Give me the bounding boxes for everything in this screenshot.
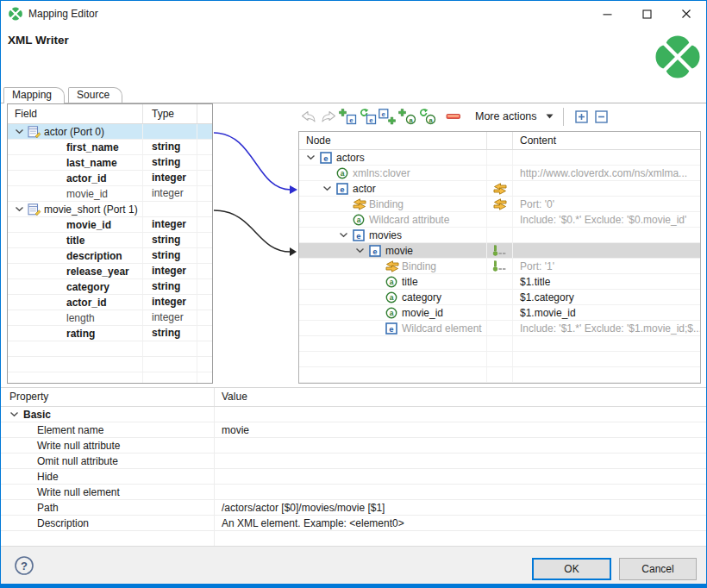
tree-row-actor[interactable]: eactor (299, 181, 700, 197)
tree-row-xmlns-clover[interactable]: axmlns:cloverhttp://www.cloverdx.com/ns/… (299, 166, 700, 181)
node-cell: eWildcard element (299, 321, 487, 335)
maximize-button[interactable] (627, 1, 666, 27)
svg-text:e: e (372, 246, 377, 255)
property-column-header: Property (1, 388, 215, 406)
field-row-empty (8, 372, 212, 384)
value-column-header: Value (215, 388, 706, 406)
chevron-down-icon (306, 153, 316, 161)
type-cell: integer (143, 310, 197, 325)
key-icon (492, 245, 507, 257)
field-row[interactable]: last_namestring (8, 155, 212, 171)
content-cell: Port: '0' (513, 197, 700, 211)
node-label: actor (353, 183, 376, 195)
tree-row-movies[interactable]: emovies (299, 228, 700, 243)
add-wildcard-element-button[interactable]: e (358, 106, 378, 127)
property-row[interactable]: DescriptionAn XML element. Example: <ele… (1, 516, 706, 531)
help-icon[interactable]: ? (14, 555, 34, 576)
expand-all-button[interactable] (572, 106, 591, 127)
tab-mapping[interactable]: Mapping (3, 87, 65, 103)
property-row[interactable]: Hide (1, 469, 706, 485)
add-child-element-button[interactable]: e (378, 106, 397, 127)
content-cell (513, 243, 700, 258)
add-wildcard-attribute-button[interactable]: a (417, 106, 437, 127)
field-row[interactable]: movie_idinteger (8, 217, 212, 233)
field-label: rating (66, 328, 95, 340)
field-row-empty (8, 357, 212, 372)
value-cell (215, 469, 706, 484)
property-cell: Omit null attribute (1, 454, 215, 468)
element-icon: e (320, 152, 336, 164)
maximize-icon (642, 9, 652, 19)
tree-row-binding[interactable]: BindingPort: '1' (299, 259, 700, 274)
tab-source[interactable]: Source (68, 87, 122, 103)
minimize-button[interactable] (587, 1, 627, 27)
node-label: movies (369, 229, 402, 241)
property-table-header: Property Value (1, 388, 706, 407)
undo-button[interactable] (298, 106, 318, 127)
property-row[interactable]: Path/actors/actor [$0]/movies/movie [$1] (1, 500, 706, 516)
redo-button[interactable] (318, 106, 338, 127)
field-row[interactable]: actor_idinteger (8, 171, 212, 186)
mapping-link-actor[interactable] (214, 133, 291, 190)
mapping-link-movie[interactable] (214, 210, 291, 252)
property-label: Write null attribute (1, 440, 121, 452)
cancel-button[interactable]: Cancel (619, 558, 697, 580)
content-cell: $1.movie_id (513, 305, 700, 320)
tree-header: Node Content (299, 132, 700, 150)
tree-row-movie-id[interactable]: amovie_id$1.movie_id (299, 305, 700, 321)
field-row[interactable]: lengthinteger (8, 310, 212, 326)
collapse-all-button[interactable] (591, 106, 611, 127)
tree-row-wildcard-attribute[interactable]: aWildcard attributeInclude: '$0.*' Exclu… (299, 212, 700, 228)
add-attribute-button[interactable]: a (397, 106, 417, 127)
close-button[interactable] (666, 1, 706, 27)
more-actions-label: More actions (475, 110, 537, 122)
mapping-link-actor-arrowhead (290, 185, 297, 194)
field-row[interactable]: movie_idinteger (8, 186, 212, 202)
more-actions-button[interactable]: More actions (472, 108, 557, 125)
field-row[interactable]: movie_short (Port 1) (8, 202, 212, 217)
node-label: Binding (369, 198, 404, 210)
binding-badge-cell (487, 212, 513, 227)
property-row[interactable]: Omit null attribute (1, 454, 706, 469)
field-row[interactable]: first_namestring (8, 140, 212, 155)
node-label: Wildcard element (402, 322, 482, 335)
node-cell: aWildcard attribute (299, 212, 487, 227)
chevron-down-icon (9, 410, 23, 418)
binding-badge-cell (487, 150, 513, 165)
chevron-down-icon (15, 128, 28, 135)
property-row[interactable]: Element namemovie (1, 422, 706, 438)
svg-text:e: e (340, 184, 344, 193)
value-cell: An XML element. Example: <element0> (215, 516, 706, 530)
tree-row-actors[interactable]: eactors (299, 150, 700, 166)
field-row[interactable]: ratingstring (8, 326, 212, 341)
field-row[interactable]: actor (Port 0) (8, 124, 212, 140)
dropdown-caret-icon (546, 114, 554, 119)
attribute-icon: a (385, 307, 402, 319)
tree-row-wildcard-element[interactable]: eWildcard elementInclude: '$1.*' Exclude… (299, 321, 700, 336)
property-row[interactable]: Write null attribute (1, 438, 706, 454)
type-column-header: Type (143, 104, 197, 123)
tree-row-binding[interactable]: BindingPort: '0' (299, 197, 700, 212)
property-label: Hide (1, 471, 59, 483)
svg-text:e: e (382, 110, 386, 118)
type-cell: integer (143, 171, 197, 185)
remove-button[interactable] (443, 106, 463, 127)
ok-button[interactable]: OK (532, 558, 611, 580)
binding-icon (493, 183, 507, 195)
content-column-header: Content (513, 132, 700, 149)
tree-row-title[interactable]: atitle$1.title (299, 274, 700, 290)
add-element-sibling-button[interactable]: e (338, 106, 358, 127)
window-title: Mapping Editor (28, 8, 98, 20)
field-row[interactable]: release_yearinteger (8, 264, 212, 279)
field-row[interactable]: titlestring (8, 233, 212, 248)
field-row[interactable]: categorystring (8, 279, 212, 295)
tree-row-movie[interactable]: emovie (299, 243, 700, 259)
tree-row-category[interactable]: acategory$1.category (299, 290, 700, 305)
field-row[interactable]: actor_idinteger (8, 295, 212, 310)
property-row[interactable]: Write null element (1, 485, 706, 500)
field-label: actor (Port 0) (44, 126, 104, 138)
field-row[interactable]: descriptionstring (8, 248, 212, 264)
property-group-basic[interactable]: Basic (1, 407, 706, 422)
tab-strip: MappingSource (1, 87, 706, 103)
property-cell: Write null element (1, 485, 215, 499)
